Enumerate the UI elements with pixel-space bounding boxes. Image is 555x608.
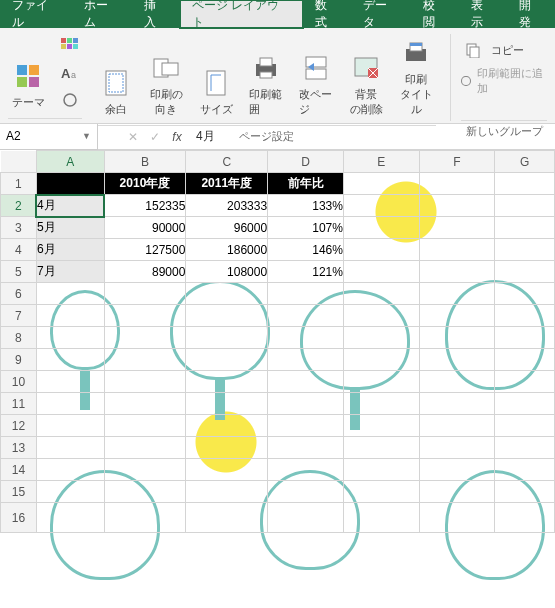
cell[interactable] bbox=[104, 459, 186, 481]
cell[interactable] bbox=[186, 415, 268, 437]
cell[interactable]: 5月 bbox=[36, 217, 104, 239]
copy-button[interactable]: コピー bbox=[461, 38, 547, 62]
cell[interactable]: 108000 bbox=[186, 261, 268, 283]
cell[interactable]: 107% bbox=[268, 217, 344, 239]
cell[interactable] bbox=[186, 327, 268, 349]
cell[interactable] bbox=[186, 481, 268, 503]
col-header-c[interactable]: C bbox=[186, 151, 268, 173]
cell[interactable] bbox=[495, 393, 555, 415]
cell[interactable] bbox=[186, 459, 268, 481]
cell[interactable]: 152335 bbox=[104, 195, 186, 217]
row-header-7[interactable]: 7 bbox=[1, 305, 37, 327]
cell[interactable] bbox=[36, 437, 104, 459]
background-button[interactable]: 背景 の削除 bbox=[346, 49, 386, 119]
row-header-6[interactable]: 6 bbox=[1, 283, 37, 305]
row-header-16[interactable]: 16 bbox=[1, 503, 37, 533]
cell[interactable] bbox=[104, 393, 186, 415]
cell[interactable]: 186000 bbox=[186, 239, 268, 261]
cell[interactable]: 96000 bbox=[186, 217, 268, 239]
cell[interactable] bbox=[419, 173, 495, 195]
col-header-f[interactable]: F bbox=[419, 151, 495, 173]
cell[interactable] bbox=[343, 305, 419, 327]
active-cell[interactable]: 4月 bbox=[36, 195, 104, 217]
cell[interactable] bbox=[343, 217, 419, 239]
formula-input[interactable]: 4月 bbox=[188, 128, 555, 145]
row-header-8[interactable]: 8 bbox=[1, 327, 37, 349]
row-header-11[interactable]: 11 bbox=[1, 393, 37, 415]
spreadsheet-grid[interactable]: A B C D E F G 1 2010年度 2011年度 前年比 2 4月 1… bbox=[0, 150, 555, 533]
cell[interactable]: 133% bbox=[268, 195, 344, 217]
col-header-a[interactable]: A bbox=[36, 151, 104, 173]
themes-button[interactable]: テーマ bbox=[8, 57, 48, 112]
cell[interactable] bbox=[186, 437, 268, 459]
cell[interactable] bbox=[268, 327, 344, 349]
cell[interactable]: 2011年度 bbox=[186, 173, 268, 195]
cell[interactable] bbox=[495, 415, 555, 437]
cell[interactable] bbox=[268, 371, 344, 393]
select-all-corner[interactable] bbox=[1, 151, 37, 173]
print-titles-button[interactable]: 印刷 タイトル bbox=[396, 34, 436, 119]
cell[interactable] bbox=[343, 503, 419, 533]
cell[interactable] bbox=[104, 283, 186, 305]
cell[interactable] bbox=[268, 283, 344, 305]
tab-review[interactable]: 校閲 bbox=[411, 0, 459, 28]
cell[interactable] bbox=[419, 393, 495, 415]
cell[interactable] bbox=[268, 437, 344, 459]
cell[interactable] bbox=[36, 327, 104, 349]
cell[interactable] bbox=[495, 283, 555, 305]
col-header-d[interactable]: D bbox=[268, 151, 344, 173]
cell[interactable] bbox=[343, 415, 419, 437]
cell[interactable] bbox=[419, 195, 495, 217]
cell[interactable] bbox=[186, 503, 268, 533]
cell[interactable] bbox=[36, 283, 104, 305]
cell[interactable] bbox=[104, 327, 186, 349]
cell[interactable]: 89000 bbox=[104, 261, 186, 283]
cell[interactable] bbox=[419, 459, 495, 481]
cell[interactable] bbox=[36, 305, 104, 327]
chevron-down-icon[interactable]: ▼ bbox=[82, 131, 91, 141]
cell[interactable] bbox=[186, 283, 268, 305]
cell[interactable]: 6月 bbox=[36, 239, 104, 261]
cell[interactable] bbox=[495, 195, 555, 217]
cell[interactable] bbox=[268, 459, 344, 481]
cell[interactable] bbox=[495, 327, 555, 349]
cell[interactable] bbox=[36, 503, 104, 533]
cell[interactable] bbox=[343, 437, 419, 459]
cell[interactable] bbox=[186, 371, 268, 393]
cell[interactable] bbox=[495, 459, 555, 481]
cell[interactable] bbox=[104, 349, 186, 371]
cell[interactable] bbox=[36, 415, 104, 437]
cell[interactable] bbox=[36, 459, 104, 481]
tab-file[interactable]: ファイル bbox=[0, 0, 72, 28]
cell[interactable] bbox=[495, 217, 555, 239]
cell[interactable] bbox=[36, 393, 104, 415]
margins-button[interactable]: 余白 bbox=[96, 64, 136, 119]
cell[interactable] bbox=[186, 305, 268, 327]
cell[interactable] bbox=[343, 173, 419, 195]
cell[interactable] bbox=[36, 349, 104, 371]
cell[interactable] bbox=[268, 415, 344, 437]
cell[interactable] bbox=[268, 305, 344, 327]
cell[interactable] bbox=[343, 261, 419, 283]
row-header-14[interactable]: 14 bbox=[1, 459, 37, 481]
cell[interactable] bbox=[268, 503, 344, 533]
cell[interactable] bbox=[495, 349, 555, 371]
cell[interactable]: 121% bbox=[268, 261, 344, 283]
row-header-4[interactable]: 4 bbox=[1, 239, 37, 261]
row-header-1[interactable]: 1 bbox=[1, 173, 37, 195]
cell[interactable] bbox=[495, 481, 555, 503]
cell[interactable] bbox=[419, 349, 495, 371]
cell[interactable] bbox=[419, 437, 495, 459]
cell[interactable]: 90000 bbox=[104, 217, 186, 239]
name-box[interactable]: A2 ▼ bbox=[0, 124, 98, 150]
cell[interactable] bbox=[343, 349, 419, 371]
cell[interactable] bbox=[186, 393, 268, 415]
cell[interactable] bbox=[104, 481, 186, 503]
cell[interactable] bbox=[36, 371, 104, 393]
tab-home[interactable]: ホーム bbox=[72, 0, 132, 28]
cell[interactable] bbox=[104, 437, 186, 459]
row-header-10[interactable]: 10 bbox=[1, 371, 37, 393]
cell[interactable] bbox=[104, 415, 186, 437]
col-header-g[interactable]: G bbox=[495, 151, 555, 173]
effects-icon[interactable] bbox=[58, 88, 82, 112]
